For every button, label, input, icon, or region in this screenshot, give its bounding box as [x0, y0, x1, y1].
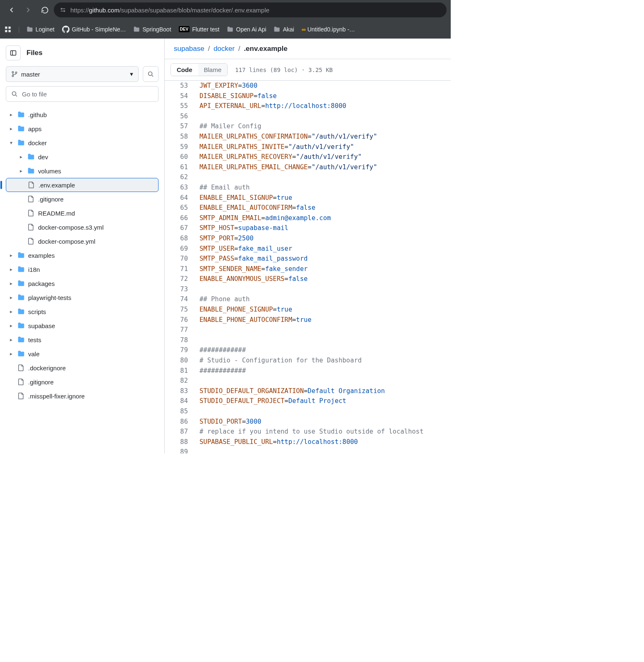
bookmark-item[interactable]: ∞Untitled0.ipynb -… — [302, 26, 355, 33]
code-line: 57## Mailer Config — [165, 121, 451, 132]
line-content: ENABLE_PHONE_AUTOCONFIRM=true — [195, 315, 312, 325]
line-number[interactable]: 80 — [165, 355, 195, 366]
forward-button[interactable] — [21, 2, 36, 17]
line-number[interactable]: 84 — [165, 396, 195, 406]
tree-folder[interactable]: ▸supabase — [6, 319, 159, 333]
line-number[interactable]: 73 — [165, 284, 195, 295]
back-button[interactable] — [4, 2, 19, 17]
line-number[interactable]: 67 — [165, 223, 195, 233]
line-number[interactable]: 86 — [165, 417, 195, 427]
tree-folder[interactable]: ▸volumes — [6, 164, 159, 178]
tree-file[interactable]: docker-compose.yml — [6, 234, 159, 248]
line-number[interactable]: 89 — [165, 447, 195, 453]
line-number[interactable]: 65 — [165, 203, 195, 213]
line-number[interactable]: 59 — [165, 142, 195, 152]
line-number[interactable]: 88 — [165, 437, 195, 447]
line-number[interactable]: 55 — [165, 101, 195, 111]
line-number[interactable]: 76 — [165, 315, 195, 325]
tab-code[interactable]: Code — [171, 64, 198, 76]
line-number[interactable]: 60 — [165, 152, 195, 162]
line-number[interactable]: 54 — [165, 91, 195, 101]
tree-file[interactable]: .env.example — [6, 178, 159, 192]
line-number[interactable]: 68 — [165, 233, 195, 244]
bookmark-item[interactable]: Akai — [274, 26, 294, 33]
tree-folder[interactable]: ▸vale — [6, 347, 159, 361]
breadcrumb-part[interactable]: supabase — [174, 45, 206, 53]
line-content — [195, 447, 203, 453]
tree-folder[interactable]: ▸packages — [6, 276, 159, 290]
line-content: STUDIO_DEFAULT_ORGANIZATION=Default Orga… — [195, 386, 385, 396]
tune-icon — [60, 7, 66, 13]
search-button[interactable] — [143, 66, 159, 82]
line-number[interactable]: 79 — [165, 345, 195, 355]
bookmark-item[interactable]: DEVFlutter test — [179, 26, 220, 33]
line-number[interactable]: 66 — [165, 213, 195, 223]
url-bar[interactable]: https://github.com/supabase/supabase/blo… — [54, 2, 447, 17]
code-view[interactable]: 53JWT_EXPIRY=360054DISABLE_SIGNUP=false5… — [165, 81, 451, 453]
code-line: 62 — [165, 172, 451, 182]
tree-folder[interactable]: ▸.github — [6, 108, 159, 122]
tree-folder[interactable]: ▸examples — [6, 248, 159, 262]
file-tree: ▸.github▸apps▾docker▸dev▸volumes.env.exa… — [6, 108, 159, 403]
tree-folder[interactable]: ▸apps — [6, 122, 159, 136]
line-content — [195, 335, 203, 345]
line-number[interactable]: 64 — [165, 193, 195, 203]
tree-item-label: scripts — [28, 308, 46, 315]
line-number[interactable]: 70 — [165, 254, 195, 264]
tree-folder[interactable]: ▾docker — [6, 136, 159, 150]
tree-item-label: .gitignore — [38, 196, 64, 203]
go-to-file-input[interactable]: Go to file — [6, 86, 159, 102]
line-number[interactable]: 83 — [165, 386, 195, 396]
tree-item-label: docker — [28, 139, 47, 146]
tree-file[interactable]: README.md — [6, 206, 159, 220]
line-number[interactable]: 61 — [165, 162, 195, 173]
bookmark-item[interactable]: Open Ai Api — [227, 26, 266, 33]
branch-selector[interactable]: master ▾ — [6, 66, 139, 82]
chevron-icon: ▸ — [8, 337, 14, 343]
tree-file[interactable]: .misspell-fixer.ignore — [6, 389, 159, 403]
tree-file[interactable]: .dockerignore — [6, 361, 159, 375]
bookmark-item[interactable]: Loginet — [26, 26, 55, 33]
line-number[interactable]: 78 — [165, 335, 195, 345]
tree-folder[interactable]: ▸tests — [6, 333, 159, 347]
code-line: 83STUDIO_DEFAULT_ORGANIZATION=Default Or… — [165, 386, 451, 396]
folder-icon — [274, 26, 280, 33]
bookmark-item[interactable]: GitHub - SimpleNe… — [62, 26, 126, 33]
line-number[interactable]: 77 — [165, 325, 195, 335]
breadcrumb-part[interactable]: docker — [211, 45, 236, 53]
tree-file[interactable]: docker-compose.s3.yml — [6, 220, 159, 234]
line-number[interactable]: 62 — [165, 172, 195, 182]
line-number[interactable]: 56 — [165, 111, 195, 122]
line-number[interactable]: 69 — [165, 244, 195, 254]
tree-file[interactable]: .gitignore — [6, 375, 159, 389]
line-number[interactable]: 63 — [165, 182, 195, 193]
line-content: ENABLE_ANONYMOUS_USERS=false — [195, 274, 308, 284]
tab-blame[interactable]: Blame — [198, 64, 228, 76]
line-number[interactable]: 87 — [165, 427, 195, 437]
tree-folder[interactable]: ▸playwright-tests — [6, 290, 159, 305]
tree-file[interactable]: .gitignore — [6, 192, 159, 206]
code-line: 74## Phone auth — [165, 294, 451, 305]
line-content: ENABLE_EMAIL_SIGNUP=true — [195, 193, 292, 203]
line-number[interactable]: 74 — [165, 294, 195, 305]
tree-folder[interactable]: ▸scripts — [6, 305, 159, 319]
bookmark-label: Akai — [283, 26, 294, 33]
line-number[interactable]: 53 — [165, 81, 195, 91]
line-number[interactable]: 75 — [165, 305, 195, 315]
line-number[interactable]: 72 — [165, 274, 195, 284]
breadcrumb: supabase / docker / .env.example — [165, 39, 451, 59]
tree-folder[interactable]: ▸dev — [6, 150, 159, 164]
line-number[interactable]: 57 — [165, 121, 195, 132]
line-number[interactable]: 82 — [165, 376, 195, 386]
line-number[interactable]: 71 — [165, 264, 195, 274]
sidebar-toggle-button[interactable] — [6, 46, 21, 60]
line-number[interactable]: 85 — [165, 406, 195, 417]
line-number[interactable]: 58 — [165, 132, 195, 142]
bookmark-item[interactable]: SpringBoot — [133, 26, 171, 33]
chevron-icon: ▸ — [8, 323, 14, 329]
url-text: https://github.com/supabase/supabase/blo… — [70, 7, 269, 14]
line-number[interactable]: 81 — [165, 366, 195, 376]
apps-icon[interactable] — [4, 26, 12, 33]
tree-folder[interactable]: ▸i18n — [6, 262, 159, 276]
reload-button[interactable] — [37, 2, 52, 17]
